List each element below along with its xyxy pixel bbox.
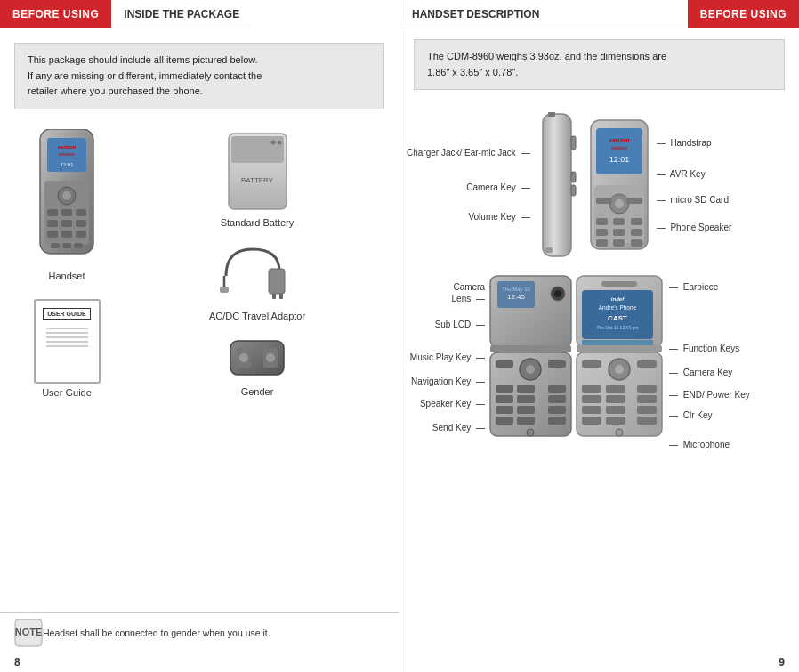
svg-rect-14 — [47, 231, 58, 238]
micro-sd-label: micro SD Card — [657, 194, 732, 206]
volume-key-label: Volume Key — [407, 211, 530, 223]
svg-rect-37 — [543, 114, 571, 256]
svg-rect-13 — [76, 220, 86, 227]
svg-rect-108 — [606, 406, 625, 414]
svg-point-7 — [62, 191, 71, 200]
svg-rect-105 — [606, 395, 625, 403]
music-play-key-label: Music Play Key — [407, 352, 485, 363]
svg-rect-85 — [548, 417, 566, 425]
svg-point-67 — [554, 290, 561, 297]
camera-key-label-top: Camera Key — [407, 182, 530, 193]
svg-point-71 — [526, 365, 535, 374]
svg-point-33 — [239, 353, 248, 362]
right-page-number: 9 — [764, 652, 799, 672]
svg-rect-12 — [61, 220, 72, 227]
handset-illustration: verizon wireless 12:01 — [31, 129, 102, 267]
svg-rect-94 — [582, 340, 653, 345]
svg-rect-73 — [548, 360, 566, 368]
microphone-label: Microphone — [669, 439, 750, 450]
svg-text:12:01: 12:01 — [609, 155, 629, 164]
svg-rect-44 — [596, 128, 642, 174]
left-page-footer: 8 — [0, 652, 399, 672]
svg-rect-61 — [631, 239, 642, 247]
svg-rect-54 — [613, 218, 625, 225]
svg-rect-27 — [272, 294, 276, 299]
inside-package-tab: INSIDE THE PACKAGE — [111, 0, 252, 28]
svg-rect-15 — [61, 231, 72, 238]
left-header: BEFORE USING INSIDE THE PACKAGE — [0, 0, 399, 28]
svg-text:12:01: 12:01 — [60, 162, 74, 167]
svg-rect-21 — [231, 136, 284, 163]
svg-text:verizon: verizon — [609, 137, 629, 143]
svg-rect-60 — [613, 239, 625, 247]
svg-rect-82 — [548, 406, 566, 414]
svg-text:Thu May 10: Thu May 10 — [502, 287, 530, 292]
top-diagram: Charger Jack/ Ear-mic Jack Camera Key Vo… — [400, 97, 799, 271]
svg-rect-72 — [496, 360, 513, 368]
top-labels-right: Handstrap AVR Key micro SD Card Phone Sp… — [651, 137, 732, 233]
svg-rect-74 — [496, 385, 513, 393]
bottom-diagram: CameraLens Sub LCD Music Play Key Naviga… — [400, 271, 799, 652]
svg-rect-39 — [571, 136, 576, 150]
svg-rect-28 — [279, 294, 283, 299]
adaptor-illustration — [217, 240, 297, 307]
userguide-label: User Guide — [42, 387, 92, 398]
svg-text:wireless: wireless — [611, 145, 628, 150]
svg-text:Andre's Phone: Andre's Phone — [599, 304, 637, 311]
handstrap-label: Handstrap — [657, 137, 732, 149]
left-page-number: 8 — [0, 652, 35, 672]
svg-point-22 — [270, 140, 275, 144]
svg-text:BATTERY: BATTERY — [240, 176, 273, 184]
svg-point-113 — [616, 429, 623, 436]
avr-key-label: AVR Key — [657, 168, 732, 180]
battery-label: Standard Battery — [221, 217, 295, 228]
speaker-key-label: Speaker Key — [407, 398, 485, 409]
svg-point-86 — [527, 429, 534, 436]
svg-rect-56 — [596, 229, 608, 236]
svg-rect-8 — [47, 209, 58, 216]
svg-rect-102 — [606, 385, 625, 393]
clr-key-label: Clr Key — [669, 409, 750, 421]
svg-rect-79 — [548, 395, 566, 403]
note-icon: NOTE — [14, 619, 43, 647]
phone-front-closed-view: verizon wireless 12:01 — [587, 116, 651, 254]
svg-rect-76 — [548, 385, 566, 393]
svg-text:CAST: CAST — [608, 314, 627, 322]
svg-rect-107 — [582, 406, 601, 414]
handset-item: verizon wireless 12:01 — [31, 129, 102, 281]
svg-rect-78 — [517, 395, 535, 403]
handset-desc-tab: HANDSET DESCRIPTION — [400, 0, 688, 28]
before-using-tab-right: BEFORE USING — [688, 0, 799, 28]
right-page-footer: 9 — [400, 652, 799, 672]
send-key-label: Send Key — [407, 422, 485, 433]
svg-rect-10 — [76, 209, 86, 216]
svg-rect-53 — [596, 218, 608, 225]
col2-items: BATTERY Standard Battery AC/DC Trave — [125, 120, 390, 612]
right-info-box: The CDM-8960 weighs 3.93oz. and the dime… — [414, 39, 785, 90]
svg-point-34 — [266, 353, 275, 362]
svg-text:12:45: 12:45 — [507, 293, 526, 301]
svg-rect-110 — [582, 417, 601, 425]
svg-point-98 — [615, 365, 624, 374]
svg-text:Thu Oct 11 12:43 pm: Thu Oct 11 12:43 pm — [597, 325, 639, 330]
svg-rect-18 — [62, 243, 71, 248]
svg-rect-106 — [637, 395, 657, 403]
svg-rect-109 — [637, 406, 657, 414]
svg-rect-11 — [47, 220, 58, 227]
svg-text:wireless: wireless — [59, 151, 76, 157]
svg-rect-104 — [582, 395, 601, 403]
battery-illustration: BATTERY — [224, 129, 291, 214]
handset-label: Handset — [49, 271, 85, 281]
svg-rect-19 — [74, 243, 83, 248]
svg-rect-81 — [517, 406, 535, 414]
svg-text:verizon: verizon — [57, 144, 76, 150]
svg-rect-80 — [496, 406, 513, 414]
svg-rect-57 — [613, 229, 625, 236]
phone-open-view: Thu May 10 12:45 — [488, 274, 573, 439]
svg-rect-29 — [220, 287, 229, 293]
note-section: NOTE Headset shall be connected to gende… — [0, 612, 399, 652]
bottom-labels-right: Earpiece Function Keys Camera Key END/ P… — [664, 274, 750, 450]
svg-text:NOTE: NOTE — [15, 627, 43, 637]
phone-speaker-label: Phone Speaker — [657, 222, 732, 233]
camera-lens-label: CameraLens — [407, 281, 485, 304]
